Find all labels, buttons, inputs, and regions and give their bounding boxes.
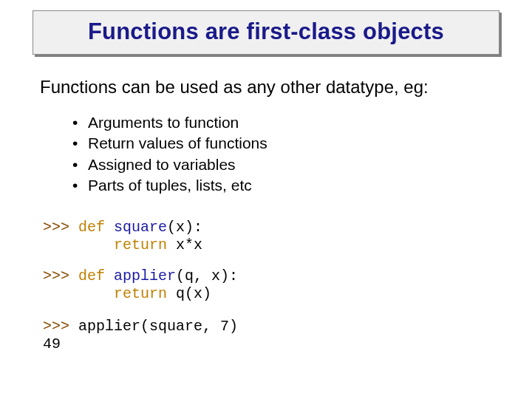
list-item: •Return values of functions [72, 133, 267, 154]
list-item: •Assigned to variables [72, 154, 267, 175]
code-block-applier: >>> def applier(q, x): return q(x) [43, 267, 238, 304]
code-args: x [176, 219, 185, 236]
function-name: applier [114, 267, 176, 284]
code-call: applier(square, 7) [78, 318, 238, 335]
code-block-call: >>> applier(square, 7) 49 [43, 318, 238, 354]
code-text [105, 267, 114, 284]
bullet-icon: • [72, 154, 88, 175]
code-expr: q(x) [167, 285, 211, 302]
code-text: ): [185, 219, 202, 236]
keyword-def: def [78, 267, 105, 284]
bullet-list: •Arguments to function •Return values of… [72, 112, 267, 196]
repl-prompt: >>> [43, 318, 78, 335]
keyword-return: return [114, 285, 167, 302]
slide-title-box: Functions are first-class objects [33, 10, 499, 55]
bullet-text: Assigned to variables [88, 156, 236, 173]
slide-title: Functions are first-class objects [38, 18, 494, 45]
code-text [105, 219, 114, 236]
code-args: q, x [185, 267, 220, 284]
bullet-text: Arguments to function [88, 114, 239, 131]
bullet-icon: • [72, 175, 88, 196]
bullet-text: Return values of functions [88, 134, 267, 151]
function-name: square [114, 219, 167, 236]
bullet-text: Parts of tuples, lists, etc [88, 177, 252, 194]
list-item: •Parts of tuples, lists, etc [72, 175, 267, 196]
list-item: •Arguments to function [72, 112, 267, 133]
repl-prompt: >>> [43, 267, 78, 284]
keyword-return: return [114, 236, 167, 253]
slide-subheading: Functions can be used as any other datat… [40, 77, 429, 98]
bullet-icon: • [72, 133, 88, 154]
code-indent [43, 285, 114, 302]
code-text: ): [220, 267, 238, 284]
code-text: ( [176, 267, 185, 284]
code-indent [43, 236, 114, 253]
bullet-icon: • [72, 112, 88, 133]
code-result: 49 [43, 335, 61, 352]
code-expr: x*x [167, 236, 202, 253]
code-text: ( [167, 219, 176, 236]
repl-prompt: >>> [43, 219, 78, 236]
slide: { "title": "Functions are first-class ob… [0, 0, 532, 399]
keyword-def: def [78, 219, 105, 236]
code-block-square: >>> def square(x): return x*x [43, 219, 202, 255]
